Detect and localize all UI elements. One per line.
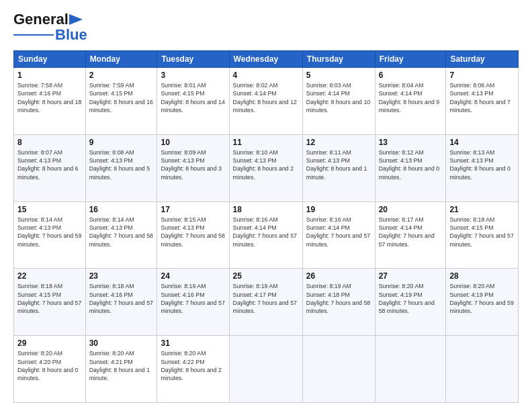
weekday-tuesday: Tuesday bbox=[157, 51, 229, 68]
calendar-cell: 17 Sunrise: 8:15 AMSunset: 4:13 PMDaylig… bbox=[157, 201, 229, 269]
calendar-cell: 18 Sunrise: 8:16 AMSunset: 4:14 PMDaylig… bbox=[229, 201, 302, 269]
week-row-2: 8 Sunrise: 8:07 AMSunset: 4:13 PMDayligh… bbox=[14, 134, 519, 201]
day-info: Sunrise: 7:59 AMSunset: 4:15 PMDaylight:… bbox=[89, 82, 153, 113]
calendar-cell: 11 Sunrise: 8:10 AMSunset: 4:13 PMDaylig… bbox=[229, 134, 302, 201]
day-info: Sunrise: 8:10 AMSunset: 4:13 PMDaylight:… bbox=[233, 149, 294, 181]
day-number: 20 bbox=[379, 205, 443, 214]
week-row-3: 15 Sunrise: 8:14 AMSunset: 4:13 PMDaylig… bbox=[14, 201, 519, 269]
day-number: 13 bbox=[379, 138, 443, 147]
day-info: Sunrise: 7:58 AMSunset: 4:16 PMDaylight:… bbox=[17, 82, 81, 113]
weekday-header: SundayMondayTuesdayWednesdayThursdayFrid… bbox=[14, 51, 519, 68]
day-number: 18 bbox=[233, 205, 299, 214]
page: General Blue SundayMondayTuesdayWednesda… bbox=[0, 0, 532, 411]
day-info: Sunrise: 8:02 AMSunset: 4:14 PMDaylight:… bbox=[233, 82, 297, 113]
calendar-cell: 1 Sunrise: 7:58 AMSunset: 4:16 PMDayligh… bbox=[14, 68, 86, 135]
calendar-cell: 25 Sunrise: 8:19 AMSunset: 4:17 PMDaylig… bbox=[229, 269, 302, 336]
day-info: Sunrise: 8:18 AMSunset: 4:16 PMDaylight:… bbox=[89, 283, 153, 314]
weekday-saturday: Saturday bbox=[446, 51, 519, 68]
day-number: 14 bbox=[449, 138, 515, 147]
calendar-cell: 2 Sunrise: 7:59 AMSunset: 4:15 PMDayligh… bbox=[85, 68, 157, 135]
calendar-cell: 16 Sunrise: 8:14 AMSunset: 4:13 PMDaylig… bbox=[85, 201, 157, 269]
calendar-cell bbox=[229, 336, 302, 403]
day-number: 9 bbox=[89, 138, 154, 147]
calendar-cell: 27 Sunrise: 8:20 AMSunset: 4:19 PMDaylig… bbox=[375, 269, 446, 336]
calendar-cell: 19 Sunrise: 8:16 AMSunset: 4:14 PMDaylig… bbox=[302, 201, 375, 269]
day-info: Sunrise: 8:18 AMSunset: 4:15 PMDaylight:… bbox=[449, 216, 513, 248]
day-number: 15 bbox=[17, 205, 82, 214]
weekday-sunday: Sunday bbox=[14, 51, 86, 68]
calendar-cell: 29 Sunrise: 8:20 AMSunset: 4:20 PMDaylig… bbox=[14, 336, 86, 403]
weekday-monday: Monday bbox=[85, 51, 157, 68]
week-row-5: 29 Sunrise: 8:20 AMSunset: 4:20 PMDaylig… bbox=[14, 336, 519, 403]
day-info: Sunrise: 8:01 AMSunset: 4:15 PMDaylight:… bbox=[161, 82, 224, 113]
day-number: 17 bbox=[161, 205, 225, 214]
day-number: 6 bbox=[379, 71, 443, 80]
calendar-cell: 5 Sunrise: 8:03 AMSunset: 4:14 PMDayligh… bbox=[302, 68, 375, 135]
calendar-cell: 9 Sunrise: 8:08 AMSunset: 4:13 PMDayligh… bbox=[85, 134, 157, 201]
calendar-cell: 15 Sunrise: 8:14 AMSunset: 4:13 PMDaylig… bbox=[14, 201, 86, 269]
calendar-cell: 14 Sunrise: 8:13 AMSunset: 4:13 PMDaylig… bbox=[446, 134, 519, 201]
day-info: Sunrise: 8:19 AMSunset: 4:17 PMDaylight:… bbox=[233, 283, 297, 314]
day-info: Sunrise: 8:07 AMSunset: 4:13 PMDaylight:… bbox=[17, 149, 78, 181]
day-number: 19 bbox=[306, 205, 371, 214]
day-info: Sunrise: 8:15 AMSunset: 4:13 PMDaylight:… bbox=[161, 216, 224, 248]
day-number: 8 bbox=[17, 138, 82, 147]
day-info: Sunrise: 8:20 AMSunset: 4:22 PMDaylight:… bbox=[161, 350, 221, 381]
day-info: Sunrise: 8:06 AMSunset: 4:13 PMDaylight:… bbox=[449, 82, 510, 113]
calendar-cell: 4 Sunrise: 8:02 AMSunset: 4:14 PMDayligh… bbox=[229, 68, 302, 135]
calendar-cell: 12 Sunrise: 8:11 AMSunset: 4:13 PMDaylig… bbox=[302, 134, 375, 201]
day-info: Sunrise: 8:04 AMSunset: 4:14 PMDaylight:… bbox=[379, 82, 439, 113]
calendar-cell bbox=[446, 336, 519, 403]
day-number: 1 bbox=[17, 71, 82, 80]
day-info: Sunrise: 8:08 AMSunset: 4:13 PMDaylight:… bbox=[89, 149, 150, 181]
calendar-cell: 24 Sunrise: 8:19 AMSunset: 4:16 PMDaylig… bbox=[157, 269, 229, 336]
calendar-cell: 13 Sunrise: 8:12 AMSunset: 4:13 PMDaylig… bbox=[375, 134, 446, 201]
calendar-cell: 22 Sunrise: 8:18 AMSunset: 4:15 PMDaylig… bbox=[14, 269, 86, 336]
day-number: 11 bbox=[233, 138, 299, 147]
day-info: Sunrise: 8:20 AMSunset: 4:19 PMDaylight:… bbox=[379, 283, 435, 314]
day-info: Sunrise: 8:09 AMSunset: 4:13 PMDaylight:… bbox=[161, 149, 221, 181]
day-number: 12 bbox=[306, 138, 371, 147]
calendar-cell: 23 Sunrise: 8:18 AMSunset: 4:16 PMDaylig… bbox=[85, 269, 157, 336]
weekday-thursday: Thursday bbox=[302, 51, 375, 68]
day-info: Sunrise: 8:16 AMSunset: 4:14 PMDaylight:… bbox=[233, 216, 297, 248]
day-info: Sunrise: 8:19 AMSunset: 4:16 PMDaylight:… bbox=[161, 283, 224, 314]
day-info: Sunrise: 8:14 AMSunset: 4:13 PMDaylight:… bbox=[17, 216, 81, 248]
day-number: 4 bbox=[233, 71, 299, 80]
day-info: Sunrise: 8:16 AMSunset: 4:14 PMDaylight:… bbox=[306, 216, 370, 248]
svg-marker-0 bbox=[69, 14, 83, 25]
calendar-cell: 28 Sunrise: 8:20 AMSunset: 4:19 PMDaylig… bbox=[446, 269, 519, 336]
day-info: Sunrise: 8:14 AMSunset: 4:13 PMDaylight:… bbox=[89, 216, 153, 248]
day-number: 25 bbox=[233, 271, 299, 281]
day-number: 29 bbox=[17, 338, 82, 348]
day-info: Sunrise: 8:20 AMSunset: 4:21 PMDaylight:… bbox=[89, 350, 150, 381]
day-number: 24 bbox=[161, 271, 225, 281]
logo-arrow-icon bbox=[69, 14, 83, 25]
day-number: 31 bbox=[161, 338, 225, 348]
day-number: 7 bbox=[449, 71, 515, 80]
calendar-cell: 31 Sunrise: 8:20 AMSunset: 4:22 PMDaylig… bbox=[157, 336, 229, 403]
day-info: Sunrise: 8:20 AMSunset: 4:19 PMDaylight:… bbox=[449, 283, 513, 314]
day-number: 2 bbox=[89, 71, 154, 80]
calendar-cell: 21 Sunrise: 8:18 AMSunset: 4:15 PMDaylig… bbox=[446, 201, 519, 269]
calendar-cell: 3 Sunrise: 8:01 AMSunset: 4:15 PMDayligh… bbox=[157, 68, 229, 135]
calendar-cell: 26 Sunrise: 8:19 AMSunset: 4:18 PMDaylig… bbox=[302, 269, 375, 336]
weekday-wednesday: Wednesday bbox=[229, 51, 302, 68]
calendar-cell: 8 Sunrise: 8:07 AMSunset: 4:13 PMDayligh… bbox=[14, 134, 86, 201]
calendar-cell: 10 Sunrise: 8:09 AMSunset: 4:13 PMDaylig… bbox=[157, 134, 229, 201]
day-number: 3 bbox=[161, 71, 225, 80]
day-number: 23 bbox=[89, 271, 154, 281]
weekday-friday: Friday bbox=[375, 51, 446, 68]
day-number: 27 bbox=[379, 271, 443, 281]
calendar-cell: 6 Sunrise: 8:04 AMSunset: 4:14 PMDayligh… bbox=[375, 68, 446, 135]
calendar-body: 1 Sunrise: 7:58 AMSunset: 4:16 PMDayligh… bbox=[14, 68, 519, 403]
day-info: Sunrise: 8:18 AMSunset: 4:15 PMDaylight:… bbox=[17, 283, 81, 314]
week-row-1: 1 Sunrise: 7:58 AMSunset: 4:16 PMDayligh… bbox=[14, 68, 519, 135]
day-info: Sunrise: 8:17 AMSunset: 4:14 PMDaylight:… bbox=[379, 216, 435, 248]
day-number: 16 bbox=[89, 205, 154, 214]
day-info: Sunrise: 8:20 AMSunset: 4:20 PMDaylight:… bbox=[17, 350, 78, 381]
day-info: Sunrise: 8:19 AMSunset: 4:18 PMDaylight:… bbox=[306, 283, 370, 314]
day-number: 28 bbox=[449, 271, 515, 281]
calendar-cell: 7 Sunrise: 8:06 AMSunset: 4:13 PMDayligh… bbox=[446, 68, 519, 135]
calendar-cell: 20 Sunrise: 8:17 AMSunset: 4:14 PMDaylig… bbox=[375, 201, 446, 269]
